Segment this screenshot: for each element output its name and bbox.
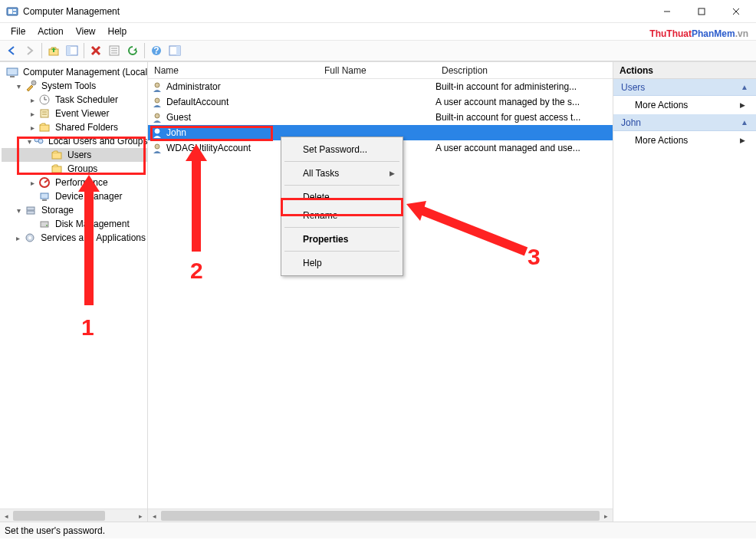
menu-file[interactable]: File xyxy=(5,25,31,38)
chevron-right-icon: ▶ xyxy=(740,101,745,109)
user-row[interactable]: Administrator Built-in account for admin… xyxy=(148,79,613,94)
properties-button[interactable] xyxy=(106,42,123,59)
svg-point-23 xyxy=(31,81,36,85)
menu-bar: File Action View Help ThuThuatPhanMem.vn xyxy=(0,23,756,40)
show-hide-tree-button[interactable] xyxy=(64,42,81,59)
svg-point-32 xyxy=(38,139,43,143)
chevron-right-icon: ▶ xyxy=(740,137,745,144)
actions-header: Actions xyxy=(613,62,756,79)
svg-rect-5 xyxy=(698,8,705,15)
tree-local-users-groups[interactable]: Local Users and Groups xyxy=(2,134,147,148)
show-hide-action-pane-button[interactable] xyxy=(166,42,183,59)
user-icon xyxy=(151,81,163,93)
actions-group-users[interactable]: Users ▲ xyxy=(613,79,756,96)
svg-rect-22 xyxy=(10,76,15,77)
svg-rect-40 xyxy=(27,211,35,214)
svg-point-45 xyxy=(155,83,159,87)
user-icon xyxy=(151,142,163,154)
nav-forward-button[interactable] xyxy=(21,42,38,59)
list-header: Name Full Name Description xyxy=(148,62,613,79)
user-row[interactable]: Guest Built-in account for guest access … xyxy=(148,110,613,125)
col-description[interactable]: Description xyxy=(436,65,613,76)
scroll-left-button[interactable]: ◂ xyxy=(148,509,161,522)
svg-rect-1 xyxy=(8,9,12,14)
tree-disk-management[interactable]: Disk Management xyxy=(2,217,147,231)
scroll-right-button[interactable]: ▸ xyxy=(600,509,613,522)
navigation-tree-pane: Computer Management (Local) System Tools… xyxy=(0,62,148,522)
svg-rect-38 xyxy=(42,199,47,201)
navigation-tree[interactable]: Computer Management (Local) System Tools… xyxy=(0,62,147,245)
clock-icon xyxy=(38,94,51,106)
title-bar: Computer Management xyxy=(0,0,756,23)
svg-rect-21 xyxy=(7,68,18,75)
tree-device-manager[interactable]: Device Manager xyxy=(2,189,147,203)
toolbar: ? xyxy=(0,40,756,61)
ctx-all-tasks[interactable]: All Tasks xyxy=(281,164,403,183)
tree-users[interactable]: Users xyxy=(2,148,147,162)
col-full-name[interactable]: Full Name xyxy=(318,65,436,76)
svg-rect-37 xyxy=(41,193,48,199)
svg-rect-41 xyxy=(41,222,48,227)
delete-button[interactable] xyxy=(87,42,104,59)
services-icon xyxy=(25,232,37,244)
actions-more-john[interactable]: More Actions ▶ xyxy=(613,131,756,150)
context-menu: Set Password... All Tasks Delete Rename … xyxy=(281,137,403,276)
ctx-delete[interactable]: Delete xyxy=(281,188,403,206)
list-horizontal-scrollbar[interactable]: ◂ ▸ xyxy=(148,508,613,522)
minimize-button[interactable] xyxy=(649,1,684,22)
folder-icon xyxy=(51,149,63,161)
tree-system-tools[interactable]: System Tools xyxy=(2,79,147,93)
performance-icon xyxy=(38,176,51,189)
user-icon xyxy=(151,96,163,108)
svg-point-42 xyxy=(46,225,48,226)
collapse-icon: ▲ xyxy=(741,118,748,127)
svg-point-48 xyxy=(155,129,159,133)
help-button[interactable]: ? xyxy=(148,42,165,59)
device-manager-icon xyxy=(38,190,51,202)
ctx-set-password[interactable]: Set Password... xyxy=(281,140,403,159)
collapse-icon: ▲ xyxy=(741,83,748,91)
actions-more-users[interactable]: More Actions ▶ xyxy=(613,96,756,114)
svg-point-49 xyxy=(155,144,159,149)
user-row[interactable]: DefaultAccount A user account managed by… xyxy=(148,94,613,110)
svg-rect-33 xyxy=(52,153,61,159)
ctx-rename[interactable]: Rename xyxy=(281,206,403,225)
event-viewer-icon xyxy=(38,107,51,120)
actions-group-john[interactable]: John ▲ xyxy=(613,114,756,131)
ctx-properties[interactable]: Properties xyxy=(281,230,403,248)
svg-rect-30 xyxy=(40,125,49,131)
client-area: Computer Management (Local) System Tools… xyxy=(0,61,756,522)
status-text: Set the user's password. xyxy=(5,525,105,536)
actions-pane: Actions Users ▲ More Actions ▶ John ▲ Mo… xyxy=(613,62,756,522)
user-icon xyxy=(151,127,163,139)
tree-shared-folders[interactable]: Shared Folders xyxy=(2,120,147,134)
scroll-left-button[interactable]: ◂ xyxy=(0,509,13,522)
nav-back-button[interactable] xyxy=(3,42,20,59)
scroll-right-button[interactable]: ▸ xyxy=(134,509,147,522)
col-name[interactable]: Name xyxy=(148,65,318,76)
ctx-help[interactable]: Help xyxy=(281,254,403,272)
svg-rect-39 xyxy=(27,207,35,210)
tree-performance[interactable]: Performance xyxy=(2,176,147,189)
list-pane: Name Full Name Description Administrator… xyxy=(148,62,613,522)
tree-groups[interactable]: Groups xyxy=(2,162,147,176)
tree-services-apps[interactable]: Services and Applications xyxy=(2,231,147,245)
menu-help[interactable]: Help xyxy=(102,25,133,38)
user-icon xyxy=(151,111,163,123)
tree-root[interactable]: Computer Management (Local) xyxy=(2,65,147,79)
menu-action[interactable]: Action xyxy=(31,25,69,38)
svg-rect-3 xyxy=(13,12,16,14)
tree-horizontal-scrollbar[interactable]: ◂ ▸ xyxy=(0,508,147,522)
menu-view[interactable]: View xyxy=(70,25,102,38)
up-button[interactable] xyxy=(45,42,62,59)
tree-event-viewer[interactable]: Event Viewer xyxy=(2,107,147,120)
svg-text:?: ? xyxy=(153,45,159,56)
tree-task-scheduler[interactable]: Task Scheduler xyxy=(2,93,147,107)
svg-rect-2 xyxy=(13,9,16,11)
refresh-button[interactable] xyxy=(124,42,141,59)
close-button[interactable] xyxy=(718,1,753,22)
svg-rect-10 xyxy=(67,46,71,55)
maximize-button[interactable] xyxy=(684,1,718,22)
tree-storage[interactable]: Storage xyxy=(2,203,147,217)
svg-rect-27 xyxy=(41,110,48,117)
